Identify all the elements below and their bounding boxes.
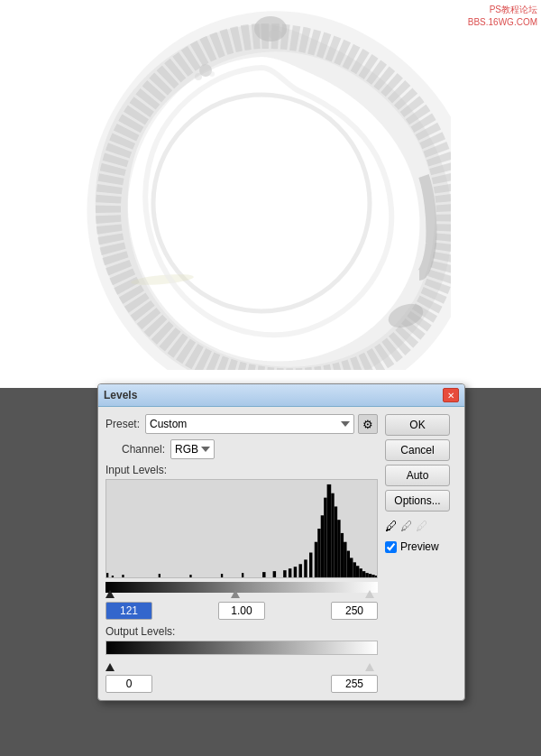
svg-rect-18 <box>283 570 286 577</box>
input-levels-label: Input Levels: <box>105 464 378 476</box>
svg-rect-21 <box>298 564 301 577</box>
svg-rect-17 <box>273 571 276 577</box>
svg-rect-13 <box>189 575 191 577</box>
channel-select[interactable]: RGB <box>170 439 215 459</box>
eyedropper-white-icon[interactable]: 🖊 <box>416 519 428 533</box>
svg-rect-35 <box>350 558 353 577</box>
preset-row: Preset: Custom ⚙ <box>105 414 378 434</box>
dialog-titlebar: Levels ✕ <box>98 384 464 407</box>
svg-rect-36 <box>353 562 355 577</box>
options-button[interactable]: Options... <box>385 490 450 512</box>
channel-row: Channel: RGB <box>105 439 378 459</box>
svg-rect-22 <box>304 559 307 577</box>
svg-rect-10 <box>112 576 114 577</box>
white-point-slider[interactable] <box>365 590 374 598</box>
svg-rect-19 <box>289 568 291 577</box>
eyedroppers-row: 🖊 🖊 🖊 <box>385 519 457 533</box>
input-slider-row[interactable] <box>105 582 378 598</box>
preview-row: Preview <box>385 540 457 553</box>
svg-rect-25 <box>317 529 320 577</box>
dialog-left-panel: Preset: Custom ⚙ Channel: RGB Input Leve… <box>105 414 378 693</box>
input-levels-values <box>105 602 378 620</box>
svg-rect-37 <box>356 566 359 577</box>
svg-rect-41 <box>369 574 371 577</box>
svg-rect-24 <box>315 542 317 577</box>
svg-rect-29 <box>331 493 334 577</box>
input-white-field[interactable] <box>331 602 378 620</box>
output-gradient <box>105 641 378 655</box>
eyedropper-black-icon[interactable]: 🖊 <box>385 519 398 533</box>
svg-rect-42 <box>371 575 374 577</box>
svg-rect-40 <box>365 573 368 577</box>
channel-label: Channel: <box>122 443 165 456</box>
midpoint-slider[interactable] <box>231 590 240 598</box>
svg-rect-30 <box>335 506 337 577</box>
output-black-slider[interactable] <box>105 663 115 671</box>
preset-label: Preset: <box>105 418 140 430</box>
canvas-area: PS教程论坛 BBS.16WG.COM <box>0 0 541 388</box>
svg-rect-31 <box>337 520 340 577</box>
preset-select[interactable]: Custom <box>145 414 354 434</box>
svg-rect-28 <box>327 484 332 577</box>
preview-checkbox[interactable] <box>385 541 397 553</box>
svg-rect-23 <box>309 553 312 577</box>
svg-rect-9 <box>106 573 108 577</box>
svg-rect-43 <box>375 576 377 577</box>
svg-rect-33 <box>344 542 346 577</box>
dialog-body: Preset: Custom ⚙ Channel: RGB Input Leve… <box>98 407 464 700</box>
svg-rect-20 <box>294 567 297 577</box>
svg-rect-39 <box>362 571 365 577</box>
output-levels-values <box>105 675 378 693</box>
ok-button[interactable]: OK <box>385 414 450 436</box>
cancel-button[interactable]: Cancel <box>385 439 450 461</box>
eyedropper-gray-icon[interactable]: 🖊 <box>400 519 413 533</box>
output-white-field[interactable] <box>331 675 378 693</box>
svg-point-5 <box>209 71 215 77</box>
levels-dialog: Levels ✕ Preset: Custom ⚙ Channel: R <box>97 383 465 701</box>
svg-rect-15 <box>242 573 243 577</box>
svg-rect-16 <box>262 572 265 577</box>
svg-rect-11 <box>122 575 124 577</box>
svg-rect-38 <box>359 568 362 577</box>
svg-rect-12 <box>159 574 160 577</box>
output-slider-row[interactable] <box>105 659 378 671</box>
close-button[interactable]: ✕ <box>443 388 459 402</box>
svg-rect-26 <box>321 515 324 577</box>
preview-label: Preview <box>400 540 439 553</box>
auto-button[interactable]: Auto <box>385 465 450 486</box>
histogram <box>105 479 378 578</box>
output-white-slider[interactable] <box>365 663 374 671</box>
dialog-title: Levels <box>104 389 137 401</box>
input-black-field[interactable] <box>105 602 152 620</box>
dialog-right-panel: OK Cancel Auto Options... 🖊 🖊 🖊 Preview <box>385 414 457 693</box>
watermark: PS教程论坛 BBS.16WG.COM <box>468 4 537 29</box>
svg-rect-27 <box>324 498 326 577</box>
gear-button[interactable]: ⚙ <box>358 414 378 434</box>
svg-rect-14 <box>221 574 223 577</box>
svg-rect-34 <box>347 551 350 577</box>
input-mid-field[interactable] <box>218 602 265 620</box>
black-point-slider[interactable] <box>105 590 115 598</box>
svg-rect-32 <box>341 533 344 577</box>
stain-ring <box>72 9 451 370</box>
output-black-field[interactable] <box>105 675 152 693</box>
output-levels-label: Output Levels: <box>105 625 378 638</box>
